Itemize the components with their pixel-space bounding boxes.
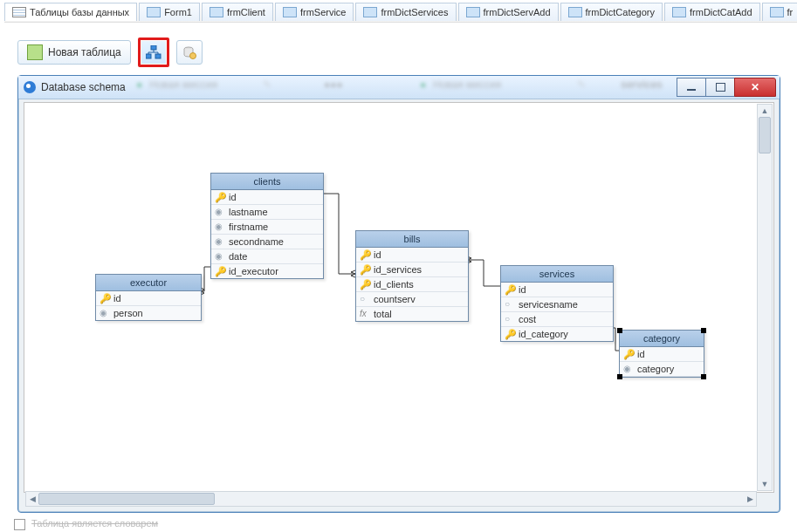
tab-frmdictservices[interactable]: frmDictServices bbox=[355, 3, 456, 21]
field-row[interactable]: 🔑id bbox=[96, 291, 201, 306]
tab-truncated[interactable]: fr bbox=[762, 3, 797, 21]
tab-frmdictcatadd[interactable]: frmDictCatAdd bbox=[664, 3, 760, 21]
blur-decor: services bbox=[621, 78, 663, 96]
tab-database-tables[interactable]: Таблицы базы данных bbox=[4, 3, 137, 21]
scroll-right-icon[interactable]: ▶ bbox=[744, 492, 756, 506]
table-add-icon bbox=[27, 44, 43, 60]
horizontal-scrollbar[interactable]: ◀ ▶ bbox=[25, 491, 757, 507]
table-header[interactable]: category bbox=[620, 331, 704, 347]
field-row[interactable]: ◉secondname bbox=[211, 235, 323, 249]
table-header[interactable]: services bbox=[501, 266, 613, 283]
foreign-key-icon: 🔑 bbox=[215, 266, 225, 276]
field-row[interactable]: 🔑id bbox=[501, 283, 613, 297]
foreign-key-icon: 🔑 bbox=[360, 279, 370, 290]
schema-view-button[interactable] bbox=[138, 38, 169, 67]
field-name: id bbox=[229, 192, 237, 202]
field-icon: ○ bbox=[505, 299, 515, 310]
field-icon: ○ bbox=[360, 294, 370, 304]
foreign-key-icon: 🔑 bbox=[505, 329, 515, 339]
field-row[interactable]: ◉person bbox=[96, 306, 201, 320]
form-icon bbox=[283, 7, 297, 17]
table-services[interactable]: services 🔑id ○servicesname ○cost 🔑id_cat… bbox=[500, 265, 614, 342]
field-name: secondname bbox=[229, 236, 284, 247]
table-header[interactable]: executor bbox=[96, 275, 201, 291]
scroll-left-icon[interactable]: ◀ bbox=[26, 492, 38, 506]
table-header[interactable]: bills bbox=[356, 231, 468, 248]
table-category[interactable]: category 🔑id ◉category bbox=[619, 330, 704, 378]
field-row[interactable]: 🔑id_executor bbox=[211, 264, 323, 278]
field-icon: ○ bbox=[505, 314, 515, 324]
window-app-icon bbox=[24, 81, 36, 93]
field-name: date bbox=[229, 251, 247, 262]
tab-label: Таблицы базы данных bbox=[30, 7, 129, 17]
blur-decor: ✎ bbox=[263, 78, 271, 96]
tab-strip: Таблицы базы данных Form1 frmClient frmS… bbox=[4, 3, 797, 23]
field-row[interactable]: 🔑id bbox=[356, 248, 468, 263]
blur-decor: ●●● bbox=[324, 78, 343, 96]
field-name: total bbox=[374, 309, 392, 319]
field-row[interactable]: ◉category bbox=[620, 362, 704, 377]
field-row[interactable]: 🔑id_services bbox=[356, 263, 468, 277]
tab-label: Form1 bbox=[164, 7, 192, 17]
tab-form1[interactable]: Form1 bbox=[139, 3, 200, 21]
schema-icon bbox=[146, 45, 161, 59]
field-name: id_category bbox=[519, 329, 568, 339]
field-icon: ◉ bbox=[100, 308, 110, 318]
minimize-button[interactable] bbox=[677, 78, 706, 97]
tab-frmdictservadd[interactable]: frmDictServAdd bbox=[458, 3, 559, 21]
primary-key-icon: 🔑 bbox=[215, 192, 225, 202]
blur-decor: Новая миссия bbox=[149, 78, 217, 96]
tab-frmservice[interactable]: frmService bbox=[275, 3, 354, 21]
field-name: cost bbox=[519, 314, 536, 324]
field-row[interactable]: ◉date bbox=[211, 249, 323, 264]
resize-handle[interactable] bbox=[617, 374, 622, 379]
scroll-up-icon[interactable]: ▲ bbox=[758, 105, 772, 117]
field-name: id bbox=[374, 249, 381, 260]
tab-label: frmClient bbox=[227, 7, 265, 17]
field-row[interactable]: ○countserv bbox=[356, 292, 468, 307]
tab-frmclient[interactable]: frmClient bbox=[202, 3, 273, 21]
field-row[interactable]: ◉lastname bbox=[211, 205, 323, 220]
formula-icon: fx bbox=[360, 309, 370, 319]
table-bills[interactable]: bills 🔑id 🔑id_services 🔑id_clients ○coun… bbox=[355, 230, 469, 322]
field-row[interactable]: 🔑id_clients bbox=[356, 277, 468, 292]
field-name: id_executor bbox=[229, 266, 278, 276]
field-row[interactable]: 🔑id bbox=[211, 190, 323, 205]
form-icon bbox=[466, 7, 480, 17]
vertical-scrollbar[interactable]: ▲ ▼ bbox=[757, 104, 773, 491]
field-row[interactable]: 🔑id_category bbox=[501, 327, 613, 341]
resize-handle[interactable] bbox=[701, 328, 706, 333]
scroll-thumb[interactable] bbox=[38, 493, 215, 505]
field-row[interactable]: fxtotal bbox=[356, 307, 468, 321]
field-row[interactable]: ◉firstname bbox=[211, 220, 323, 235]
field-icon: ◉ bbox=[215, 207, 225, 217]
field-name: category bbox=[637, 364, 674, 374]
schema-canvas[interactable]: executor 🔑id ◉person clients 🔑id ◉lastna… bbox=[24, 102, 774, 493]
svg-rect-0 bbox=[151, 45, 156, 50]
tab-frmdictcategory[interactable]: frmDictCategory bbox=[560, 3, 663, 21]
field-row[interactable]: ○servicesname bbox=[501, 297, 613, 312]
field-name: servicesname bbox=[519, 299, 578, 310]
blur-decor: ● bbox=[420, 78, 426, 96]
field-name: lastname bbox=[229, 207, 268, 217]
table-executor[interactable]: executor 🔑id ◉person bbox=[95, 274, 202, 321]
resize-handle[interactable] bbox=[701, 374, 706, 379]
close-button[interactable] bbox=[734, 78, 776, 97]
db-refresh-button[interactable] bbox=[176, 40, 203, 65]
resize-handle[interactable] bbox=[617, 328, 622, 333]
new-table-button[interactable]: Новая таблица bbox=[17, 40, 131, 65]
titlebar[interactable]: Database schema ● Новая миссия ✎ ●●● ● Н… bbox=[18, 76, 780, 99]
field-name: id bbox=[637, 349, 645, 359]
blur-decor: ● bbox=[136, 78, 142, 96]
field-icon: ◉ bbox=[215, 222, 225, 232]
database-refresh-icon bbox=[182, 45, 196, 59]
table-header[interactable]: clients bbox=[211, 174, 323, 190]
scroll-down-icon[interactable]: ▼ bbox=[758, 478, 772, 490]
field-row[interactable]: ○cost bbox=[501, 312, 613, 327]
form-icon bbox=[672, 7, 686, 17]
maximize-button[interactable] bbox=[705, 78, 735, 97]
scroll-thumb[interactable] bbox=[759, 117, 771, 153]
field-name: id bbox=[519, 284, 526, 295]
table-clients[interactable]: clients 🔑id ◉lastname ◉firstname ◉second… bbox=[210, 173, 324, 279]
field-row[interactable]: 🔑id bbox=[620, 347, 704, 362]
